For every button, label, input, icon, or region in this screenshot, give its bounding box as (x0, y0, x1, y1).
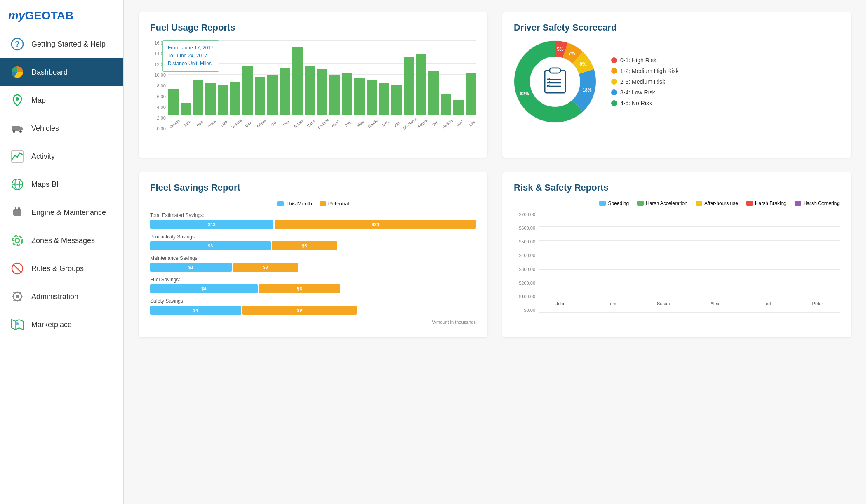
fuel-bar-tom: Tom (280, 68, 290, 115)
fuel-bar-nick: Nick (218, 85, 228, 115)
question-circle-icon: ? (10, 37, 25, 52)
fuel-bar-george: George (168, 89, 179, 115)
chart-line-icon (10, 149, 25, 164)
pie-chart-icon (10, 65, 25, 80)
dashboard-grid: Fuel Usage Reports From: June 17, 2017 T… (139, 12, 851, 337)
savings-row: Safety Savings: $4 $9 (150, 298, 476, 315)
fuel-usage-chart: From: June 17, 2017 To: June 24, 2017 Di… (150, 40, 476, 148)
sidebar: myGEOTAB ? Getting Started & Help Dashbo… (0, 0, 124, 504)
savings-legend-potential: Potential (320, 200, 349, 207)
risk-legend-item: Speeding (599, 200, 629, 206)
fuel-bar-tony: Tony (342, 73, 352, 115)
sidebar-label-dashboard: Dashboard (31, 68, 68, 77)
legend-dot (611, 100, 617, 106)
savings-row: Fuel Savings: $4 $6 (150, 277, 476, 293)
sidebar-label-getting-started: Getting Started & Help (31, 40, 106, 49)
fuel-bar-terry: Terry (379, 83, 389, 115)
svg-text:8%: 8% (580, 61, 586, 66)
savings-row-label: Fuel Savings: (150, 277, 476, 283)
sidebar-item-activity[interactable]: Activity (0, 142, 123, 170)
savings-bar-potential: $6 (259, 284, 341, 293)
sidebar-label-marketplace: Marketplace (31, 320, 72, 329)
fuel-bar-angela: Angela (416, 54, 426, 115)
sidebar-label-administration: Administration (31, 292, 78, 301)
risk-legend-box (637, 201, 644, 206)
sidebar-item-zones-messages[interactable]: Zones & Messages (0, 226, 123, 254)
savings-bar-potential: $5 (272, 241, 337, 250)
savings-bar-potential: $3 (233, 263, 298, 272)
savings-bar-this-month: $1 (150, 263, 232, 272)
fuel-bar-aditine: Aditine (255, 77, 265, 115)
sidebar-item-marketplace[interactable]: Marketplace (0, 311, 123, 339)
svg-point-3 (16, 97, 19, 101)
fuel-bar-josh: Josh (181, 103, 191, 115)
risk-legend-box (795, 201, 801, 206)
legend-dot (611, 57, 617, 63)
fleet-savings-title: Fleet Savings Report (150, 182, 476, 193)
svg-text:18%: 18% (582, 87, 591, 92)
sidebar-item-dashboard[interactable]: Dashboard (0, 58, 123, 86)
sidebar-item-maps-bi[interactable]: Maps BI (0, 170, 123, 198)
legend-item: 0-1: High Risk (611, 57, 679, 64)
fuel-bar-healthy: Healthy (441, 94, 451, 115)
scorecard-container: 5%7%8%18%62% (514, 40, 840, 123)
fuel-bar-charlie: Charlie (367, 80, 377, 115)
fuel-bar-nick2: Nick2 (329, 75, 340, 115)
svg-point-5 (13, 130, 15, 133)
fuel-bar-ashley: Ashley (292, 47, 302, 115)
sidebar-label-vehicles: Vehicles (31, 124, 59, 133)
savings-row-label: Safety Savings: (150, 298, 476, 304)
sidebar-item-vehicles[interactable]: Vehicles (0, 114, 123, 142)
sidebar-item-rules-groups[interactable]: Rules & Groups (0, 254, 123, 283)
fuel-tooltip: From: June 17, 2017 To: June 24, 2017 Di… (162, 40, 219, 72)
savings-bar-this-month: $4 (150, 306, 241, 315)
fuel-usage-card: Fuel Usage Reports From: June 17, 2017 T… (139, 12, 487, 158)
legend-dot (611, 68, 617, 74)
savings-bars: $13 $24 (150, 220, 476, 229)
legend-item: 3-4: Low Risk (611, 89, 679, 96)
savings-bars: $4 $6 (150, 284, 476, 293)
savings-bars: $3 $5 (150, 241, 476, 250)
svg-point-14 (15, 238, 19, 243)
fuel-bar-mike: Mike (354, 78, 365, 115)
sidebar-label-rules-groups: Rules & Groups (31, 264, 84, 273)
fuel-bar-frank: Frank (205, 83, 216, 115)
risk-legend-item: Harsh Acceleration (637, 200, 687, 206)
sidebar-item-administration[interactable]: Administration (0, 283, 123, 311)
svg-line-17 (13, 264, 21, 273)
fuel-bar-john: John (466, 73, 476, 115)
driver-scorecard-card: Driver Safety Scorecard 5%7%8%18%62% (502, 12, 851, 158)
fuel-bar-dave: Dave (242, 66, 253, 115)
sidebar-item-map[interactable]: Map (0, 86, 123, 114)
risk-legend-item: After-hours use (696, 200, 738, 206)
donut-center-icon (537, 63, 574, 100)
sidebar-item-getting-started[interactable]: ? Getting Started & Help (0, 30, 123, 58)
fleet-savings-card: Fleet Savings Report This Month Potentia… (139, 172, 487, 337)
fuel-bar-bill: Bill (267, 75, 278, 115)
svg-point-6 (19, 130, 22, 133)
savings-bar-this-month: $13 (150, 220, 273, 229)
savings-row-label: Maintenance Savings: (150, 255, 476, 261)
risk-legend: SpeedingHarsh AccelerationAfter-hours us… (514, 200, 840, 206)
savings-legend: This Month Potential (150, 200, 476, 207)
fuel-bar-rob: Rob (193, 80, 203, 115)
sidebar-item-engine-maintenance[interactable]: Engine & Maintenance (0, 198, 123, 226)
svg-rect-11 (13, 209, 21, 216)
savings-bar-this-month: $4 (150, 284, 258, 293)
risk-bar-chart: JohnTomSusanAlexFredPeter (514, 212, 840, 311)
sidebar-label-zones-messages: Zones & Messages (31, 236, 95, 245)
savings-bar-potential: $24 (275, 220, 476, 229)
savings-bar-this-month: $3 (150, 241, 271, 250)
map-pin-icon (10, 93, 25, 108)
legend-dot (611, 89, 617, 95)
risk-legend-box (746, 201, 753, 206)
risk-legend-item: Harsh Cornering (795, 200, 840, 206)
truck-icon (10, 121, 25, 136)
main-content: Fuel Usage Reports From: June 17, 2017 T… (124, 0, 866, 504)
legend-item: 4-5: No Risk (611, 100, 679, 106)
svg-rect-33 (545, 71, 565, 93)
svg-rect-13 (18, 207, 20, 210)
gear-icon (10, 233, 25, 248)
fuel-bar-victoria: Victoria (230, 82, 240, 115)
savings-row: Total Estimated Savings: $13 $24 (150, 212, 476, 229)
